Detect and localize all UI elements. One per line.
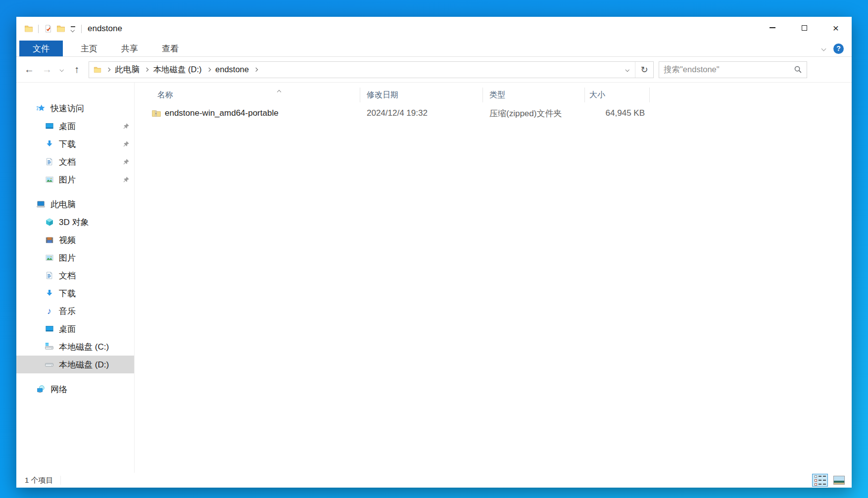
large-icons-view-button[interactable] xyxy=(831,474,847,487)
desktop-icon xyxy=(45,122,54,131)
forward-button[interactable]: → xyxy=(38,61,56,79)
minimize-icon xyxy=(770,27,775,28)
desktop-background: endstone × 文件 主页 共享 查看 ? ← → ↑ 此电脑 本地磁盘 xyxy=(0,0,868,498)
qat-separator xyxy=(38,25,39,33)
window-title: endstone xyxy=(88,24,122,34)
sidebar-item-label: 此电脑 xyxy=(50,199,76,210)
column-header-label: 名称 xyxy=(157,90,173,100)
chevron-down-icon xyxy=(821,46,826,51)
sidebar-item-documents[interactable]: 文档 xyxy=(16,267,134,284)
sidebar-item-pictures-pinned[interactable]: 图片 xyxy=(16,171,134,188)
column-headers: 名称 修改日期 类型 大小 xyxy=(135,86,852,104)
tab-home[interactable]: 主页 xyxy=(69,41,109,56)
explorer-app-icon xyxy=(22,21,35,36)
column-header-type[interactable]: 类型 xyxy=(483,88,585,102)
videos-icon xyxy=(45,235,54,245)
chevron-right-icon xyxy=(254,68,258,72)
music-note-icon: ♪ xyxy=(45,307,54,316)
file-row[interactable]: endstone-win_amd64-portable 2024/12/4 19… xyxy=(135,104,852,122)
breadcrumb-endstone[interactable]: endstone xyxy=(212,65,252,74)
tab-share[interactable]: 共享 xyxy=(109,41,150,56)
search-icon[interactable] xyxy=(794,65,802,74)
sidebar-item-label: 本地磁盘 (C:) xyxy=(59,341,109,353)
details-view-button[interactable] xyxy=(812,474,828,487)
tab-file[interactable]: 文件 xyxy=(19,41,63,56)
file-name: endstone-win_amd64-portable xyxy=(165,108,279,118)
sidebar-item-videos[interactable]: 视频 xyxy=(16,231,134,249)
breadcrumb-local-disk-d[interactable]: 本地磁盘 (D:) xyxy=(150,64,205,75)
back-button[interactable]: ← xyxy=(20,61,38,79)
column-header-label: 类型 xyxy=(489,90,505,100)
file-name-cell[interactable]: endstone-win_amd64-portable xyxy=(151,108,360,118)
details-view-icon xyxy=(815,475,826,486)
sidebar-item-label: 本地磁盘 (D:) xyxy=(59,359,109,370)
sidebar-item-this-pc[interactable]: 此电脑 xyxy=(16,195,134,213)
close-button[interactable]: × xyxy=(820,17,852,39)
sidebar-item-music[interactable]: ♪ 音乐 xyxy=(16,302,134,320)
sidebar-item-label: 视频 xyxy=(59,234,76,246)
file-size: 64,945 KB xyxy=(585,108,650,118)
breadcrumb-this-pc[interactable]: 此电脑 xyxy=(112,64,144,75)
refresh-button[interactable]: ↻ xyxy=(635,62,653,78)
sidebar-item-network[interactable]: 网络 xyxy=(16,380,134,398)
file-list-area: 名称 修改日期 类型 大小 endstone-win_amd64-portabl… xyxy=(135,83,852,473)
chevron-right-icon xyxy=(206,68,210,72)
tab-view[interactable]: 查看 xyxy=(150,41,191,56)
breadcrumb-chevron-icon[interactable] xyxy=(254,68,257,71)
qat-properties-icon[interactable] xyxy=(42,21,54,36)
customize-qat-button[interactable] xyxy=(67,26,78,32)
sidebar-item-downloads[interactable]: 下载 xyxy=(16,284,134,302)
search-input[interactable] xyxy=(664,65,794,74)
sidebar-item-label: 快速访问 xyxy=(50,103,84,114)
minimize-button[interactable] xyxy=(757,17,788,39)
recent-locations-button[interactable] xyxy=(56,61,68,79)
sidebar-item-quick-access[interactable]: 快速访问 xyxy=(16,99,134,117)
ribbon-right-controls: ? xyxy=(822,41,852,56)
caption-buttons: × xyxy=(757,17,852,41)
address-bar[interactable]: 此电脑 本地磁盘 (D:) endstone ↻ xyxy=(89,61,654,78)
drive-d-icon xyxy=(45,360,54,369)
drive-c-icon xyxy=(45,342,54,352)
sidebar-item-desktop[interactable]: 桌面 xyxy=(16,320,134,338)
address-bar-right: ↻ xyxy=(620,62,653,78)
sidebar-item-desktop-pinned[interactable]: 桌面 xyxy=(16,117,134,135)
sidebar-item-pictures[interactable]: 图片 xyxy=(16,249,134,267)
qat-new-folder-icon[interactable] xyxy=(54,21,67,36)
sidebar-item-label: 下载 xyxy=(59,138,76,150)
sort-ascending-icon xyxy=(278,87,281,95)
quick-access-star-icon xyxy=(36,104,46,113)
file-date: 2024/12/4 19:32 xyxy=(360,108,483,118)
breadcrumb-chevron-icon[interactable] xyxy=(145,68,148,71)
status-divider xyxy=(60,476,61,485)
search-box[interactable] xyxy=(659,61,807,78)
sidebar-item-label: 图片 xyxy=(59,252,76,264)
column-header-date[interactable]: 修改日期 xyxy=(360,88,483,102)
chevron-right-icon xyxy=(145,68,148,72)
maximize-button[interactable] xyxy=(788,17,820,39)
sidebar-item-documents-pinned[interactable]: 文档 xyxy=(16,153,134,171)
pin-icon xyxy=(123,176,130,185)
qat-separator xyxy=(81,25,82,33)
sidebar-item-label: 网络 xyxy=(50,384,67,395)
navigation-pane: 快速访问 桌面 下载 文档 xyxy=(16,83,135,473)
sidebar-item-local-disk-d[interactable]: 本地磁盘 (D:) xyxy=(16,356,134,373)
sidebar-item-3d-objects[interactable]: 3D 对象 xyxy=(16,213,134,231)
help-button[interactable]: ? xyxy=(833,44,844,54)
sidebar-item-label: 下载 xyxy=(59,288,76,299)
caret-line xyxy=(71,26,75,27)
breadcrumb-chevron-icon[interactable] xyxy=(207,68,210,71)
sidebar-item-downloads-pinned[interactable]: 下载 xyxy=(16,135,134,153)
documents-icon xyxy=(45,157,54,167)
sidebar-item-local-disk-c[interactable]: 本地磁盘 (C:) xyxy=(16,338,134,356)
up-button[interactable]: ↑ xyxy=(68,61,86,79)
view-toggle-buttons xyxy=(812,474,847,487)
sidebar-item-label: 文档 xyxy=(59,156,76,168)
pin-icon xyxy=(123,122,130,132)
column-header-size[interactable]: 大小 xyxy=(585,88,650,102)
sidebar-item-label: 3D 对象 xyxy=(59,217,89,228)
item-count: 1 个项目 xyxy=(25,476,53,485)
sidebar-item-label: 文档 xyxy=(59,270,76,281)
previous-locations-button[interactable] xyxy=(620,62,635,78)
ribbon-collapse-button[interactable] xyxy=(822,47,825,50)
column-header-name[interactable]: 名称 xyxy=(157,88,360,102)
